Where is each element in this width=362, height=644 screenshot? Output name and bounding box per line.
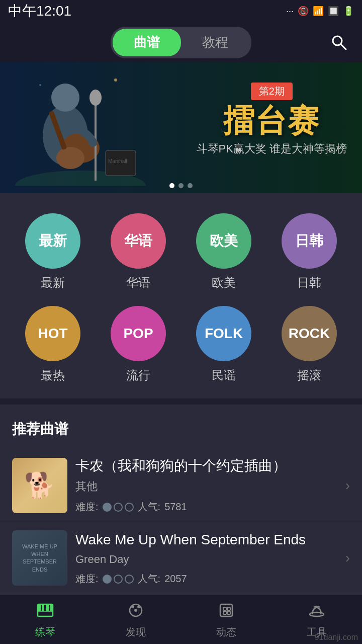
svg-line-1 — [341, 44, 346, 49]
nav-item-dynamic[interactable]: 动态 — [181, 595, 272, 644]
svg-point-10 — [114, 78, 117, 82]
difficulty-dots-1 — [103, 503, 134, 512]
tab-toggle: 曲谱 教程 — [111, 27, 251, 58]
difficulty-dots-2 — [103, 575, 134, 584]
category-grid: 最新 最新 华语 华语 欧美 欧美 日韩 日韩 HOT 最热 POP 流行 FO… — [0, 193, 362, 398]
banner-text-area: 第2期 擂台赛 斗琴PK赢大奖 谁是大神等揭榜 — [197, 83, 347, 156]
category-folk-label: 民谣 — [212, 367, 236, 383]
category-oumei[interactable]: 欧美 欧美 — [181, 208, 266, 296]
category-huayu[interactable]: 华语 华语 — [96, 208, 181, 296]
svg-rect-28 — [227, 611, 230, 614]
svg-point-9 — [89, 90, 102, 106]
category-hot[interactable]: HOT 最热 — [10, 301, 96, 388]
piano-icon — [35, 600, 55, 623]
category-oumei-circle: 欧美 — [196, 213, 251, 269]
category-pop-label: 流行 — [126, 367, 150, 383]
tools-icon — [307, 600, 327, 623]
banner-dot-3 — [188, 183, 193, 188]
svg-point-23 — [137, 605, 140, 608]
svg-point-11 — [39, 84, 41, 86]
nav-item-discover[interactable]: 发现 — [90, 595, 181, 644]
tab-tutorial[interactable]: 教程 — [181, 29, 249, 56]
category-folk-circle: FOLK — [196, 306, 251, 361]
banner-title: 擂台赛 — [197, 105, 347, 136]
category-rock[interactable]: ROCK 摇滚 — [266, 301, 352, 388]
discover-icon — [126, 600, 146, 623]
diff-dot-2-1 — [103, 575, 112, 584]
dynamic-icon — [216, 600, 236, 623]
song-title-1: 卡农（我和狗狗的十个约定插曲） — [75, 457, 337, 475]
category-folk[interactable]: FOLK 民谣 — [181, 301, 266, 388]
nav-label-dynamic: 动态 — [216, 625, 236, 639]
category-rihan[interactable]: 日韩 日韩 — [266, 208, 352, 296]
search-button[interactable] — [328, 31, 350, 53]
song-info-1: 卡农（我和狗狗的十个约定插曲） 其他 难度: 人气: 5781 — [67, 457, 345, 514]
diff-dot-1-2 — [114, 503, 123, 512]
diff-dot-1-1 — [103, 503, 112, 512]
song-item-1[interactable]: 🐕 卡农（我和狗狗的十个约定插曲） 其他 难度: 人气: 5781 › — [0, 449, 362, 522]
song-meta-2: 难度: 人气: 2057 — [75, 572, 337, 586]
banner[interactable]: Marshall 第2期 擂台赛 斗琴PK赢大奖 谁是大神等揭榜 — [0, 62, 362, 193]
banner-dot-1 — [169, 183, 174, 188]
category-rock-label: 摇滚 — [297, 367, 321, 383]
banner-dot-2 — [178, 183, 184, 188]
category-rock-circle: ROCK — [282, 306, 337, 361]
song-chevron-2: › — [345, 550, 350, 566]
dots-icon: ··· — [286, 6, 294, 17]
category-zuixin-label: 最新 — [41, 275, 65, 291]
svg-point-4 — [51, 84, 79, 112]
svg-point-22 — [131, 605, 134, 608]
song-title-2: Wake Me Up When September Ends — [75, 531, 337, 549]
song-chevron-1: › — [345, 477, 350, 494]
category-pop-circle: POP — [111, 306, 166, 361]
svg-point-21 — [134, 609, 137, 612]
status-time: 中午12:01 — [8, 2, 71, 21]
diff-dot-1-3 — [125, 503, 134, 512]
banner-guitarist-image: Marshall — [10, 67, 151, 188]
banner-subtitle: 斗琴PK赢大奖 谁是大神等揭榜 — [197, 141, 347, 156]
song-thumb-2: WAKE ME UPWHENSEPTEMBERENDS — [12, 530, 67, 586]
header: 曲谱 教程 — [0, 22, 362, 62]
watermark: 91danji.com — [315, 633, 358, 642]
search-icon — [330, 33, 348, 51]
song-thumb-1: 🐕 — [12, 458, 67, 513]
category-rihan-circle: 日韩 — [282, 213, 337, 269]
recommended-title: 推荐曲谱 — [0, 415, 362, 449]
song-item-2[interactable]: WAKE ME UPWHENSEPTEMBERENDS Wake Me Up W… — [0, 522, 362, 594]
status-bar: 中午12:01 ··· 📵 📶 🔲 🔋 — [0, 0, 362, 22]
song-artist-1: 其他 — [75, 479, 337, 494]
category-rihan-label: 日韩 — [297, 275, 321, 291]
svg-point-29 — [310, 612, 324, 616]
diff-dot-2-3 — [125, 575, 134, 584]
svg-point-6 — [56, 147, 84, 169]
bottom-nav: 练琴 发现 动态 — [0, 595, 362, 644]
popularity-label-1: 人气: — [138, 500, 161, 514]
svg-rect-18 — [50, 604, 53, 611]
category-zuixin-circle: 最新 — [25, 213, 80, 269]
nav-label-discover: 发现 — [126, 625, 146, 639]
nav-item-piano[interactable]: 练琴 — [0, 595, 90, 644]
section-divider — [0, 398, 362, 405]
category-pop[interactable]: POP 流行 — [96, 301, 181, 388]
category-huayu-circle: 华语 — [111, 213, 166, 269]
banner-badge: 第2期 — [251, 83, 293, 100]
category-hot-label: 最热 — [41, 367, 65, 383]
category-hot-circle: HOT — [25, 306, 80, 361]
diff-dot-2-2 — [114, 575, 123, 584]
song-artist-2: Green Day — [75, 553, 337, 566]
tab-sheet-music[interactable]: 曲谱 — [113, 29, 181, 56]
status-icons: ··· 📵 📶 🔲 🔋 — [286, 6, 354, 17]
svg-rect-17 — [46, 604, 49, 611]
banner-pagination — [169, 183, 193, 188]
category-huayu-label: 华语 — [126, 275, 150, 291]
category-oumei-label: 欧美 — [212, 275, 236, 291]
category-zuixin[interactable]: 最新 最新 — [10, 208, 96, 296]
song-meta-1: 难度: 人气: 5781 — [75, 500, 337, 514]
difficulty-label-1: 难度: — [75, 500, 99, 514]
nav-label-piano: 练琴 — [35, 625, 55, 639]
svg-text:Marshall: Marshall — [108, 158, 127, 164]
difficulty-label-2: 难度: — [75, 572, 99, 586]
svg-rect-27 — [223, 611, 226, 614]
svg-rect-15 — [38, 604, 41, 611]
svg-rect-25 — [223, 607, 226, 610]
